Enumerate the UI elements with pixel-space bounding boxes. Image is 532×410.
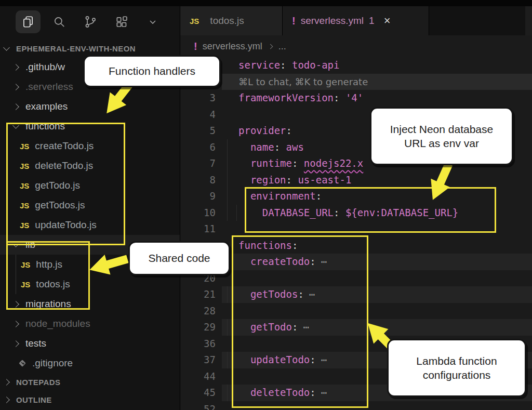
source-control-icon[interactable] xyxy=(78,10,103,33)
line-number: 36 xyxy=(180,336,222,352)
item-label: tests xyxy=(25,338,46,349)
sidebar-item-tests[interactable]: tests xyxy=(0,334,180,353)
line-number: 4 xyxy=(180,107,222,123)
indent-guide xyxy=(227,319,228,336)
file-explorer-tree: EPHEMERAL-ENV-WITH-NEON.github/w.serverl… xyxy=(0,39,180,408)
indent-guide xyxy=(16,255,16,274)
tab-bar-empty xyxy=(429,6,525,35)
breadcrumb-file[interactable]: serverless.yml xyxy=(203,41,262,52)
item-label: .gitignore xyxy=(32,358,73,369)
tab-label: todos.js xyxy=(210,15,244,27)
tab-todos-js[interactable]: JS todos.js xyxy=(180,6,283,35)
js-file-icon: JS xyxy=(21,260,30,269)
indent-guide xyxy=(16,274,16,294)
tab-serverless-yml[interactable]: ! serverless.yml 1 × xyxy=(283,6,429,35)
indent-guide xyxy=(227,286,228,303)
indent-guide xyxy=(227,205,228,221)
line-number: 9 xyxy=(180,188,222,205)
line-number: 28 xyxy=(180,303,222,320)
item-label: .serverless xyxy=(25,81,73,92)
code-token: DATABASE_URL xyxy=(238,207,334,218)
sidebar-item-node-modules[interactable]: node_modules xyxy=(0,314,180,334)
extensions-icon[interactable] xyxy=(109,10,134,33)
indent-guide xyxy=(227,139,228,156)
line-number: 37 xyxy=(180,352,222,368)
code-line-9: 9 environment: xyxy=(180,188,532,205)
chevron-right-icon xyxy=(12,340,19,347)
sidebar-file--gitignore[interactable]: .gitignore xyxy=(0,353,180,373)
activity-bar xyxy=(16,10,165,33)
js-file-icon: JS xyxy=(20,221,29,230)
code-text: frameworkVersion: '4' xyxy=(222,90,532,107)
search-icon[interactable] xyxy=(47,10,72,33)
code-line-2: 2⌘L to chat, ⌘K to generate xyxy=(180,74,532,90)
close-icon[interactable]: × xyxy=(384,14,391,28)
yml-warning-icon: ! xyxy=(194,41,197,52)
code-text: service: todo-api xyxy=(222,57,532,74)
code-text: getTodos:⋯ xyxy=(222,286,532,303)
code-line-12: 12functions: xyxy=(180,237,532,254)
fold-ellipsis[interactable]: ⋯ xyxy=(303,321,309,333)
fold-ellipsis[interactable]: ⋯ xyxy=(321,256,327,267)
item-label: examples xyxy=(25,101,68,112)
code-token xyxy=(298,157,303,169)
breadcrumb-ellipsis[interactable]: ... xyxy=(278,41,286,52)
breadcrumb[interactable]: ! serverless.yml ... xyxy=(180,35,532,57)
indent-guide xyxy=(227,155,228,172)
code-token: name xyxy=(238,141,274,153)
code-text xyxy=(222,270,532,287)
line-number: 52 xyxy=(180,401,222,410)
chevron-down-icon[interactable] xyxy=(140,10,165,33)
line-number: 11 xyxy=(180,221,222,237)
code-text: region: us-east-1 xyxy=(222,172,532,189)
sidebar-file-updatetodo-js[interactable]: JSupdateTodo.js xyxy=(0,215,180,235)
yml-warning-icon: ! xyxy=(292,15,296,27)
sidebar-file-todos-js[interactable]: JStodos.js xyxy=(0,274,180,294)
code-token: : xyxy=(334,207,339,218)
git-file-icon xyxy=(18,359,27,368)
code-token: getTodos xyxy=(238,288,298,300)
chevron-right-icon xyxy=(12,103,19,110)
panel-header-notepads[interactable]: NOTEPADS xyxy=(0,373,180,391)
item-label: updateTodo.js xyxy=(35,219,96,231)
sidebar-item-migrations[interactable]: migrations xyxy=(0,294,180,314)
sidebar-file-deletetodo-js[interactable]: JSdeleteTodo.js xyxy=(0,156,180,176)
code-line-13: 13 createTodo:⋯ xyxy=(180,254,532,270)
indent-guide xyxy=(227,172,228,189)
sidebar-item-examples[interactable]: examples xyxy=(0,97,180,116)
line-number: 5 xyxy=(180,123,222,139)
annotation-lambda-configs: Lambda function configurations xyxy=(387,339,526,397)
explorer-icon[interactable] xyxy=(16,10,41,33)
item-label: .github/w xyxy=(25,61,65,73)
panel-header-outline[interactable]: OUTLINE xyxy=(0,391,180,408)
vscode-window: { "colors": {"accent_yellow": "#f2e23c",… xyxy=(0,0,532,410)
code-token: functions xyxy=(238,240,292,251)
code-line-20: 20 xyxy=(180,270,532,287)
explorer-root-header[interactable]: EPHEMERAL-ENV-WITH-NEON xyxy=(0,39,180,57)
sidebar-file-createtodo-js[interactable]: JScreateTodo.js xyxy=(0,136,180,156)
tab-label: serverless.yml xyxy=(301,15,364,27)
fold-ellipsis[interactable]: ⋯ xyxy=(309,288,315,300)
code-token: createTodo xyxy=(238,256,310,267)
code-token: frameworkVersion xyxy=(238,92,334,103)
sidebar-file-gettodos-js[interactable]: JSgetTodos.js xyxy=(0,195,180,215)
js-file-icon: JS xyxy=(21,280,30,289)
line-number: 21 xyxy=(180,286,222,303)
code-text xyxy=(222,401,532,410)
fold-ellipsis[interactable]: ⋯ xyxy=(321,354,327,365)
code-text: DATABASE_URL: ${env:DATABASE_URL} xyxy=(222,205,532,221)
code-token: : xyxy=(292,240,298,251)
sidebar-item-functions[interactable]: functions xyxy=(0,116,180,136)
code-token: : xyxy=(310,354,315,365)
code-token: deleteTodo xyxy=(238,387,310,398)
fold-ellipsis[interactable]: ⋯ xyxy=(321,387,327,398)
code-token: : xyxy=(286,125,292,136)
chevron-right-icon xyxy=(12,301,19,308)
code-text xyxy=(222,221,532,237)
code-line-3: 3frameworkVersion: '4' xyxy=(180,90,532,107)
modified-badge: 1 xyxy=(369,15,375,27)
code-text: functions: xyxy=(222,237,532,254)
js-file-icon: JS xyxy=(20,162,29,170)
code-token: us-east-1 xyxy=(292,174,351,186)
sidebar-file-gettodo-js[interactable]: JSgetTodo.js xyxy=(0,176,180,195)
